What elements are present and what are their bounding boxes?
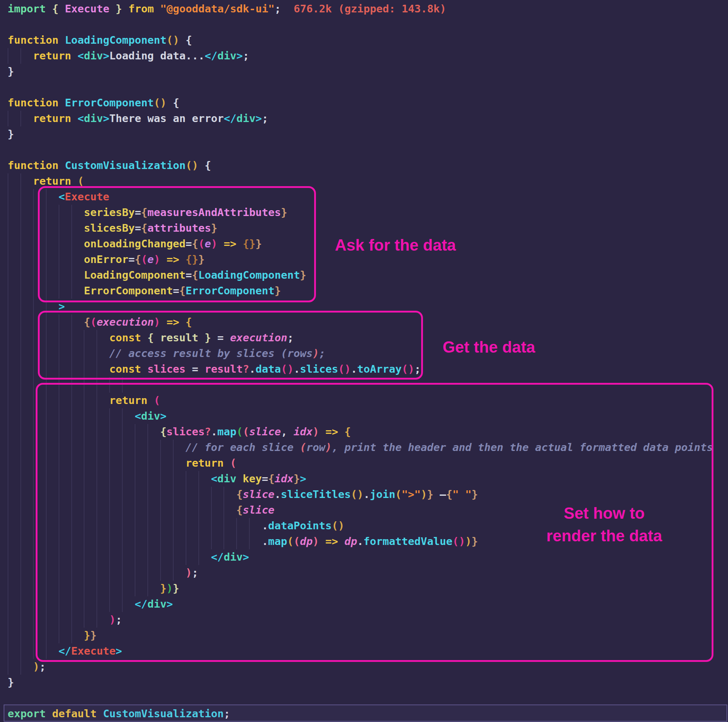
code-line: return ( — [8, 455, 728, 471]
code-line: seriesBy={measuresAndAttributes} — [8, 205, 728, 221]
code-line: </div> — [8, 549, 728, 565]
code-line: const slices = result?.data().slices().t… — [8, 361, 728, 377]
code-line: return <div>Loading data...</div>; — [8, 48, 728, 64]
code-line: LoadingComponent={LoadingComponent} — [8, 267, 728, 283]
code-line: <Execute — [8, 189, 728, 205]
code-line: // for each slice (row), print the heade… — [8, 440, 728, 455]
annotation-label-get-the-data: Get the data — [443, 338, 535, 356]
code-line — [8, 80, 728, 95]
code-line: const { result } = execution; — [8, 330, 728, 346]
code-line: }} — [8, 628, 728, 643]
code-line: <div> — [8, 408, 728, 424]
code-line: return ( — [8, 173, 728, 189]
code-line: import { Execute } from "@gooddata/sdk-u… — [8, 1, 728, 17]
code-line: ErrorComponent={ErrorComponent} — [8, 283, 728, 299]
code-line: })} — [8, 581, 728, 596]
code-line — [8, 142, 728, 158]
code-line: } — [8, 674, 728, 690]
code-line: return <div>There was an error</div>; — [8, 111, 728, 126]
code-line: function CustomVisualization() { — [8, 158, 728, 173]
annotation-label-ask-for-the-data: Ask for the data — [335, 236, 456, 254]
code-line — [8, 17, 728, 32]
code-line: return ( — [8, 393, 728, 408]
code-line: function LoadingComponent() { — [8, 32, 728, 48]
code-line: {slices?.map((slice, idx) => { — [8, 424, 728, 440]
code-line — [8, 377, 728, 393]
code-line: function ErrorComponent() { — [8, 95, 728, 111]
code-line: slicesBy={attributes} — [8, 221, 728, 236]
code-editor[interactable]: import { Execute } from "@gooddata/sdk-u… — [0, 0, 728, 722]
annotation-label-render-the-data: Set how to render the data — [509, 502, 699, 547]
code-screenshot: { "colors":{ "background":"#2b2543", "an… — [0, 0, 728, 722]
code-line: {(execution) => { — [8, 314, 728, 330]
code-line: > — [8, 299, 728, 314]
code-line: } — [8, 126, 728, 142]
code-line: ); — [8, 612, 728, 628]
code-line: ); — [8, 659, 728, 674]
code-line: </Execute> — [8, 643, 728, 659]
current-line-highlight — [4, 705, 727, 722]
code-line — [8, 690, 728, 706]
code-line: </div> — [8, 596, 728, 612]
code-line: <div key={idx}> — [8, 471, 728, 487]
code-line: // access result by slices (rows); — [8, 346, 728, 361]
code-line: {slice.sliceTitles().join(">")} –{" "} — [8, 487, 728, 502]
code-line: } — [8, 64, 728, 80]
code-line: ); — [8, 565, 728, 581]
